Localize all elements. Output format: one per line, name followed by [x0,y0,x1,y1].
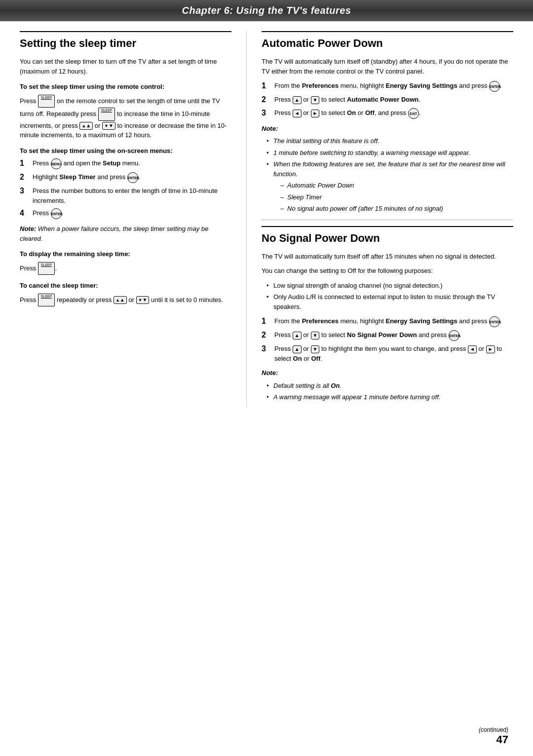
sleep-button-icon [38,95,55,108]
ns-bullet-2: Only Audio L/R is connected to external … [266,292,513,311]
left-column: Setting the sleep timer You can set the … [20,31,247,407]
cancel-timer-subtitle: To cancel the sleep timer: [20,281,231,291]
auto-power-down-intro: The TV will automatically turn itself of… [262,57,513,76]
chapter-title: Chapter 6: Using the TV's features [0,5,533,16]
ns-note-item-2: A warning message will appear 1 minute b… [266,392,513,402]
sub-item-1: Automatic Power Down [280,181,513,190]
sleep-button-icon3 [38,262,55,275]
page-number: 47 [479,733,508,746]
arrow-up-icon3: ▲ [293,96,302,104]
arrow-down-icon2: ▼ [136,296,150,304]
arrow-left-icon: ◄ [293,110,302,117]
step-2: 2 Highlight Sleep Timer and press ENTER. [20,172,231,183]
sub-item-3: No signal auto power off (after 15 minut… [280,204,513,214]
arrow-up-icon5: ▲ [293,345,302,353]
sleep-timer-title: Setting the sleep timer [20,37,231,50]
arrow-right-icon: ► [311,110,320,117]
apd-step-3: 3 Press ◄ or ► to select On or Off, and … [262,108,513,119]
no-signal-bullets: Low signal strength of analog channel (n… [266,281,513,312]
apd-note-item-3: When the following features are set, the… [266,159,513,214]
arrow-up-icon: ▲ [79,122,93,130]
step-4: 4 Press ENTER. [20,208,231,219]
ns-note: Note: Default setting is all On. A warni… [262,368,513,402]
exit-icon: EXIT [408,108,419,119]
right-column: Automatic Power Down The TV will automat… [247,31,513,407]
apd-note: Note: The initial setting of this featur… [262,124,513,214]
step-1: 1 Press MENU and open the Setup menu. [20,158,231,169]
apd-note-list: The initial setting of this feature is o… [266,136,513,214]
no-signal-steps: 1 From the Preferences menu, highlight E… [262,316,513,363]
ns-step-3: 3 Press ▲ or ▼ to highlight the item you… [262,344,513,363]
onscreen-subtitle: To set the sleep timer using the on-scre… [20,146,231,156]
arrow-up-icon4: ▲ [293,332,302,340]
apd-step-1: 1 From the Preferences menu, highlight E… [262,81,513,92]
cancel-timer-text: Press repeatedly or press ▲ or ▼ until i… [20,294,231,307]
enter-icon-ns2: ENTER [449,330,459,341]
ns-note-item-1: Default setting is all On. [266,381,513,391]
sub-item-2: Sleep Timer [280,192,513,202]
no-signal-intro1: The TV will automatically turn itself of… [262,252,513,262]
apd-note-item-2: 1 minute before switching to standby, a … [266,148,513,158]
arrow-up-icon2: ▲ [114,296,127,304]
no-signal-power-down-title: No Signal Power Down [262,232,513,245]
enter-icon-apd1: ENTER [489,81,500,92]
sleep-timer-intro: You can set the sleep timer to turn off … [20,57,231,76]
power-failure-note: Note: When a power failure occurs, the s… [20,224,231,243]
page-footer: (continued) 47 [479,726,508,746]
enter-button-icon: ENTER [127,172,138,183]
auto-power-down-steps: 1 From the Preferences menu, highlight E… [262,81,513,119]
apd-step-2: 2 Press ▲ or ▼ to select Automatic Power… [262,95,513,105]
sleep-button-icon4 [38,294,55,307]
page-header: Chapter 6: Using the TV's features [0,0,533,21]
enter-icon-ns1: ENTER [489,316,500,327]
arrow-down-icon4: ▼ [311,332,320,340]
remote-control-para1: Press on the remote control to set the l… [20,95,231,140]
ns-bullet-1: Low signal strength of analog channel (n… [266,281,513,291]
ns-step-1: 1 From the Preferences menu, highlight E… [262,316,513,327]
sleep-button-icon2 [98,108,115,121]
continued-text: (continued) [479,726,508,733]
apd-sub-list: Automatic Power Down Sleep Timer No sign… [280,181,513,214]
arrow-down-icon3: ▼ [311,96,320,104]
step-3: 3 Press the number buttons to enter the … [20,186,231,205]
onscreen-steps: 1 Press MENU and open the Setup menu. 2 … [20,158,231,219]
display-remaining-subtitle: To display the remaining sleep time: [20,249,231,259]
menu-button-icon: MENU [51,158,62,169]
arrow-down-icon5: ▼ [311,345,320,353]
enter-button-icon2: ENTER [51,208,62,219]
remote-control-subtitle: To set the sleep timer using the remote … [20,82,231,92]
ns-step-2: 2 Press ▲ or ▼ to select No Signal Power… [262,330,513,341]
apd-note-item-1: The initial setting of this feature is o… [266,136,513,146]
no-signal-intro2: You can change the setting to Off for th… [262,266,513,276]
arrow-right-icon2: ► [486,345,495,353]
arrow-down-icon: ▼ [102,122,115,130]
display-remaining-text: Press . [20,262,231,275]
auto-power-down-title: Automatic Power Down [262,37,513,50]
ns-note-list: Default setting is all On. A warning mes… [266,381,513,402]
arrow-left-icon2: ◄ [468,345,477,353]
